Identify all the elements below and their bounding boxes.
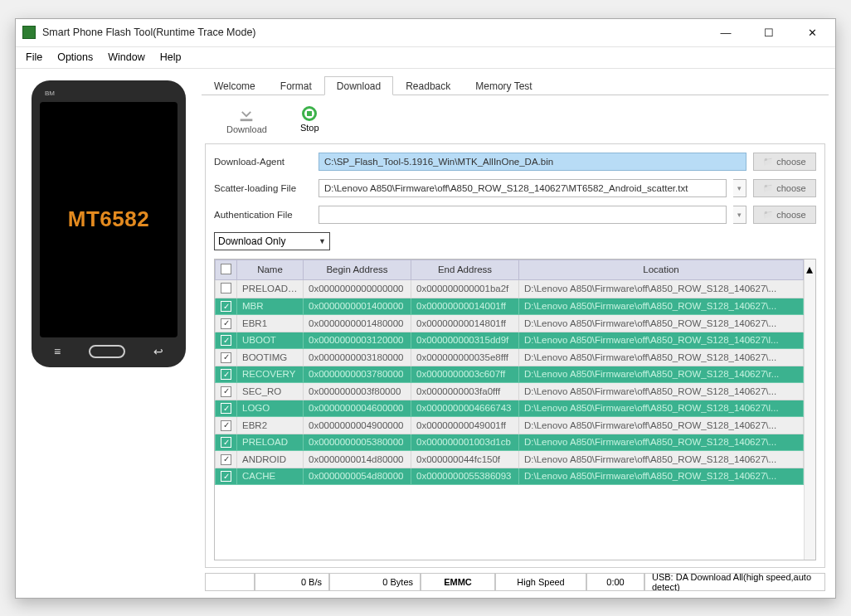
table-row[interactable]: EBR10x00000000014800000x00000000014801ff… xyxy=(216,315,804,332)
cell-location: D:\Lenovo A850\Firmware\off\A850_ROW_S12… xyxy=(519,451,804,468)
menu-options[interactable]: Options xyxy=(57,51,93,63)
cell-location: D:\Lenovo A850\Firmware\off\A850_ROW_S12… xyxy=(519,400,804,417)
choose-scatter-button[interactable]: choose xyxy=(753,179,816,197)
close-button[interactable]: ✕ xyxy=(800,23,824,41)
table-row[interactable]: MBR0x00000000014000000x00000000014001ffD… xyxy=(216,298,804,315)
row-checkbox[interactable] xyxy=(221,437,231,448)
menu-icon: ≡ xyxy=(54,345,61,358)
row-checkbox[interactable] xyxy=(221,335,231,346)
row-checkbox[interactable] xyxy=(221,352,231,363)
cell-name: ANDROID xyxy=(237,451,304,468)
cell-name: SEC_RO xyxy=(237,383,304,400)
auth-input[interactable] xyxy=(319,206,727,224)
cell-begin: 0x0000000001400000 xyxy=(304,298,411,315)
table-row[interactable]: PRELOAD0x00000000053800000x000000001003d… xyxy=(216,434,804,451)
menu-window[interactable]: Window xyxy=(108,51,144,63)
row-checkbox[interactable] xyxy=(221,283,231,293)
table-row[interactable]: RECOVERY0x00000000037800000x0000000003c6… xyxy=(216,366,804,383)
col-name[interactable]: Name xyxy=(237,259,304,279)
choose-da-button[interactable]: choose xyxy=(753,153,816,171)
cell-end: 0x000000001003d1cb xyxy=(411,434,519,451)
menu-help[interactable]: Help xyxy=(160,51,182,63)
row-checkbox[interactable] xyxy=(221,454,231,465)
window-title: Smart Phone Flash Tool(Runtime Trace Mod… xyxy=(42,27,714,38)
menubar: File Options Window Help xyxy=(16,47,835,69)
cell-name: MBR xyxy=(237,298,304,315)
cell-location: D:\Lenovo A850\Firmware\off\A850_ROW_S12… xyxy=(519,279,804,298)
chip-label: MT6582 xyxy=(68,206,149,232)
cell-begin: 0x0000000003120000 xyxy=(304,332,411,349)
table-row[interactable]: UBOOT0x00000000031200000x000000000315dd9… xyxy=(216,332,804,349)
row-checkbox[interactable] xyxy=(221,403,231,414)
download-agent-input[interactable] xyxy=(319,153,746,171)
cell-location: D:\Lenovo A850\Firmware\off\A850_ROW_S12… xyxy=(519,417,804,434)
cell-location: D:\Lenovo A850\Firmware\off\A850_ROW_S12… xyxy=(519,468,804,485)
cell-end: 0x0000000004666743 xyxy=(411,400,519,417)
choose-auth-button[interactable]: choose xyxy=(753,206,816,224)
row-checkbox[interactable] xyxy=(221,318,231,329)
maximize-button[interactable]: ☐ xyxy=(757,23,780,41)
stop-button[interactable]: Stop xyxy=(300,106,319,133)
download-mode-select[interactable]: Download Only ▼ xyxy=(214,232,330,250)
col-location[interactable]: Location xyxy=(519,259,804,279)
col-begin[interactable]: Begin Address xyxy=(304,259,411,279)
cell-end: 0x000000000001ba2f xyxy=(411,279,519,298)
cell-name: EBR2 xyxy=(237,417,304,434)
auth-row: Authentication File ▾ choose xyxy=(214,206,816,224)
cell-name: CACHE xyxy=(237,468,304,485)
scroll-up-icon[interactable]: ▴ xyxy=(806,261,813,268)
cell-begin: 0x0000000000000000 xyxy=(304,279,411,298)
status-bar: 0 B/s 0 Bytes EMMC High Speed 0:00 USB: … xyxy=(205,573,825,591)
chevron-down-icon: ▼ xyxy=(319,237,326,245)
download-mode-value: Download Only xyxy=(218,235,285,247)
row-checkbox[interactable] xyxy=(221,386,231,397)
vertical-scrollbar[interactable]: ▴ xyxy=(804,259,815,560)
phone-screen: MT6582 xyxy=(40,102,177,337)
cell-name: RECOVERY xyxy=(237,366,304,383)
phone-graphic: BM MT6582 ≡ ↩ xyxy=(32,80,186,367)
download-icon xyxy=(237,104,255,123)
minimize-button[interactable]: — xyxy=(714,23,737,41)
download-button[interactable]: Download xyxy=(226,104,267,134)
tab-download[interactable]: Download xyxy=(324,76,393,95)
header-checkbox[interactable] xyxy=(221,264,231,274)
cell-end: 0x000000000035e8fff xyxy=(411,349,519,366)
table-row[interactable]: BOOTIMG0x00000000031800000x000000000035e… xyxy=(216,349,804,366)
scatter-input[interactable] xyxy=(319,179,727,197)
table-row[interactable]: PRELOADER0x00000000000000000x00000000000… xyxy=(216,279,804,298)
menu-file[interactable]: File xyxy=(26,51,42,63)
col-end[interactable]: End Address xyxy=(411,259,519,279)
scatter-dropdown-icon[interactable]: ▾ xyxy=(733,179,746,197)
cell-begin: 0x0000000054d80000 xyxy=(304,468,411,485)
table-row[interactable]: CACHE0x0000000054d800000x000000005538609… xyxy=(216,468,804,485)
left-pane: BM MT6582 ≡ ↩ xyxy=(22,75,195,591)
table-row[interactable]: SEC_RO0x0000000003f800000x0000000003fa0f… xyxy=(216,383,804,400)
row-checkbox[interactable] xyxy=(221,301,231,312)
col-checkbox[interactable] xyxy=(216,259,237,279)
tab-memory-test[interactable]: Memory Test xyxy=(463,76,544,95)
row-checkbox[interactable] xyxy=(221,420,231,431)
svg-rect-0 xyxy=(241,119,253,121)
row-checkbox[interactable] xyxy=(221,369,231,380)
table-row[interactable]: ANDROID0x0000000014d800000x000000044fc15… xyxy=(216,451,804,468)
table-row[interactable]: EBR20x00000000049000000x00000000049001ff… xyxy=(216,417,804,434)
partition-table-wrap: Name Begin Address End Address Location … xyxy=(214,259,816,560)
app-window: Smart Phone Flash Tool(Runtime Trace Mod… xyxy=(15,18,836,599)
auth-dropdown-icon[interactable]: ▾ xyxy=(733,206,746,224)
table-row[interactable]: LOGO0x00000000046000000x0000000004666743… xyxy=(216,400,804,417)
scatter-row: Scatter-loading File ▾ choose xyxy=(214,179,816,197)
status-time: 0:00 xyxy=(586,574,644,591)
row-checkbox[interactable] xyxy=(221,471,231,482)
status-gap xyxy=(205,574,255,591)
cell-location: D:\Lenovo A850\Firmware\off\A850_ROW_S12… xyxy=(519,332,804,349)
cell-begin: 0x0000000004900000 xyxy=(304,417,411,434)
partition-table-scroll[interactable]: Name Begin Address End Address Location … xyxy=(215,259,804,560)
download-agent-row: Download-Agent choose xyxy=(214,153,816,171)
tab-format[interactable]: Format xyxy=(268,76,324,95)
cell-location: D:\Lenovo A850\Firmware\off\A850_ROW_S12… xyxy=(519,434,804,451)
phone-brand: BM xyxy=(40,89,177,99)
home-icon xyxy=(89,345,125,358)
tab-welcome[interactable]: Welcome xyxy=(202,76,268,95)
cell-name: PRELOAD xyxy=(237,434,304,451)
tab-readback[interactable]: Readback xyxy=(393,76,463,95)
